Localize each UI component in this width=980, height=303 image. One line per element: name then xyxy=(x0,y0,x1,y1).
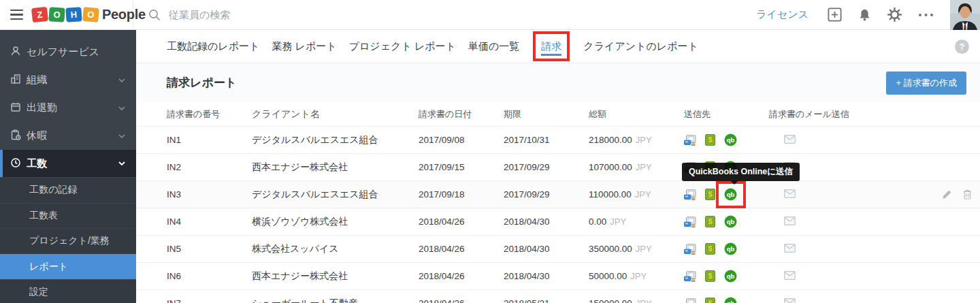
tab-client-report[interactable]: クライアントのレポート xyxy=(583,40,698,53)
zoho-people-logo[interactable]: ZOHO People xyxy=(32,7,146,22)
employee-search xyxy=(133,9,756,21)
help-icon[interactable]: ? xyxy=(955,39,969,54)
logo-tile: O xyxy=(48,7,65,22)
invoice-number: IN7 xyxy=(167,298,252,303)
sidebar-item-timesheet[interactable]: 工数 xyxy=(0,150,136,177)
report-tabs: 工数記録のレポート 業務 レポート プロジェクト レポート 単価の一覧 請求 ク… xyxy=(136,30,980,63)
tab-job-report[interactable]: 業務 レポート xyxy=(272,40,336,53)
due-date: 2017/09/29 xyxy=(504,189,589,200)
leave-clipboard-icon xyxy=(10,129,21,142)
svg-text:qb: qb xyxy=(727,272,735,280)
mail-envelope-icon[interactable] xyxy=(784,271,796,280)
invoice-date: 2018/04/26 xyxy=(419,217,504,227)
device-icon[interactable] xyxy=(684,189,696,200)
zoho-books-icon[interactable]: $ xyxy=(705,134,715,146)
user-avatar[interactable] xyxy=(950,0,980,30)
invoice-date: 2017/09/08 xyxy=(419,135,504,145)
col-invoice-number: 請求書の番号 xyxy=(167,108,252,121)
mail-envelope-icon[interactable] xyxy=(784,135,796,144)
sidebar-item-organization[interactable]: 組織 xyxy=(0,66,136,94)
device-icon[interactable] xyxy=(684,135,696,146)
device-icon[interactable] xyxy=(684,217,696,227)
notifications-bell-icon[interactable] xyxy=(858,8,871,22)
total-amount: 350000.00JPY xyxy=(589,244,684,254)
annotation-box-tab: 請求 xyxy=(533,31,570,61)
mail-envelope-icon[interactable] xyxy=(784,189,796,198)
hamburger-menu-icon[interactable] xyxy=(10,10,23,20)
search-input[interactable] xyxy=(169,9,455,20)
tab-rate-list[interactable]: 単価の一覧 xyxy=(468,40,519,53)
table-header: 請求書の番号 クライアント名 請求書の日付 期限 総額 送信先 請求書のメール送… xyxy=(136,102,980,126)
zoho-books-icon[interactable]: $ xyxy=(705,298,715,303)
table-row[interactable]: IN1 デジタルスバルエスエス組合 2017/09/08 2017/10/31 … xyxy=(136,126,980,153)
amount-value: 110000.00 xyxy=(589,189,632,200)
device-icon[interactable] xyxy=(684,244,696,255)
quickbooks-icon[interactable]: qb xyxy=(724,242,737,255)
edit-pencil-icon[interactable] xyxy=(942,189,952,200)
license-link[interactable]: ライセンス xyxy=(756,8,808,21)
submenu-item-reports[interactable]: レポート xyxy=(0,254,136,280)
table-row[interactable]: IN3 デジタルスバルエスエス組合 2017/09/18 2017/09/29 … xyxy=(136,180,980,208)
person-icon xyxy=(10,46,21,59)
client-name: デジタルスバルエスエス組合 xyxy=(252,189,419,201)
settings-gear-icon[interactable] xyxy=(887,7,902,22)
add-plus-box-icon[interactable] xyxy=(828,7,842,22)
chevron-down-icon xyxy=(118,134,125,138)
svg-text:$: $ xyxy=(708,190,712,198)
client-name: シューガールート不動産 xyxy=(252,298,419,303)
currency-label: JPY xyxy=(610,217,626,227)
table-row[interactable]: IN4 横浜ゾウゾウ株式会社 2018/04/26 2018/04/30 0.0… xyxy=(136,208,980,235)
quickbooks-icon[interactable]: qb xyxy=(724,270,737,283)
clock-icon xyxy=(10,157,21,170)
tab-project-report[interactable]: プロジェクト レポート xyxy=(349,40,456,53)
zoho-books-icon[interactable]: $ xyxy=(705,270,715,282)
row-actions xyxy=(942,189,980,200)
table-row[interactable]: IN5 株式会社スッパイス 2018/04/26 2018/04/30 3500… xyxy=(136,235,980,262)
table-row[interactable]: IN6 西本エナジー株式会社 2018/04/26 2018/04/30 500… xyxy=(136,262,980,289)
invoice-mail-cell xyxy=(769,189,885,200)
client-name: デジタルスバルエスエス組合 xyxy=(252,134,419,146)
total-amount: 218000.00JPY xyxy=(589,135,684,145)
invoice-date: 2018/04/26 xyxy=(419,298,504,303)
delete-trash-icon[interactable] xyxy=(963,189,972,200)
mail-envelope-icon[interactable] xyxy=(784,298,796,303)
sidebar-item-attendance[interactable]: 出退勤 xyxy=(0,94,136,122)
submenu-item-projects-jobs[interactable]: プロジェクト/業務 xyxy=(0,228,136,254)
mail-envelope-icon[interactable] xyxy=(784,244,796,253)
invoice-date: 2017/09/15 xyxy=(419,162,504,172)
zoho-books-icon[interactable]: $ xyxy=(705,189,715,200)
due-date: 2018/05/21 xyxy=(504,298,589,303)
quickbooks-icon[interactable]: qb xyxy=(724,297,737,303)
invoice-number: IN4 xyxy=(167,217,252,227)
tooltip-quickbooks: QuickBooks Onlineに送信 xyxy=(682,163,800,181)
tab-invoice[interactable]: 請求 xyxy=(541,40,561,53)
invoice-number: IN1 xyxy=(167,135,252,145)
create-invoice-button[interactable]: + 請求書の作成 xyxy=(886,71,966,95)
mail-envelope-icon[interactable] xyxy=(784,217,796,225)
device-icon[interactable] xyxy=(684,271,696,282)
quickbooks-icon[interactable]: qb xyxy=(724,133,737,146)
sidebar-item-leave[interactable]: 休暇 xyxy=(0,122,136,150)
invoice-mail-cell xyxy=(769,217,885,227)
search-icon xyxy=(148,9,161,21)
chevron-down-icon xyxy=(118,161,125,165)
device-icon[interactable] xyxy=(684,298,696,303)
submenu-item-timesheets[interactable]: 工数表 xyxy=(0,203,136,229)
quickbooks-icon[interactable]: qb xyxy=(724,188,737,201)
zoho-books-icon[interactable]: $ xyxy=(705,216,715,227)
sidebar-item-self-service[interactable]: セルフサービス xyxy=(0,38,136,66)
submenu-item-settings[interactable]: 設定 xyxy=(0,279,136,303)
quickbooks-icon[interactable]: qb xyxy=(724,215,737,228)
due-date: 2017/10/31 xyxy=(504,135,589,145)
client-name: 西本エナジー株式会社 xyxy=(252,270,419,283)
table-row[interactable]: IN7 シューガールート不動産 2018/04/26 2018/05/21 15… xyxy=(136,289,980,303)
client-name: 西本エナジー株式会社 xyxy=(252,161,419,174)
tab-time-log-report[interactable]: 工数記録のレポート xyxy=(167,40,259,53)
top-actions: ライセンス xyxy=(756,0,980,30)
logo-tile: H xyxy=(65,7,82,22)
submenu-item-time-logs[interactable]: 工数の記録 xyxy=(0,177,136,203)
invoice-date: 2018/04/26 xyxy=(419,244,504,254)
more-ellipsis-icon[interactable] xyxy=(918,13,934,17)
zoho-books-icon[interactable]: $ xyxy=(705,243,715,255)
table-row[interactable]: IN2 西本エナジー株式会社 2017/09/15 2017/09/29 107… xyxy=(136,153,980,180)
